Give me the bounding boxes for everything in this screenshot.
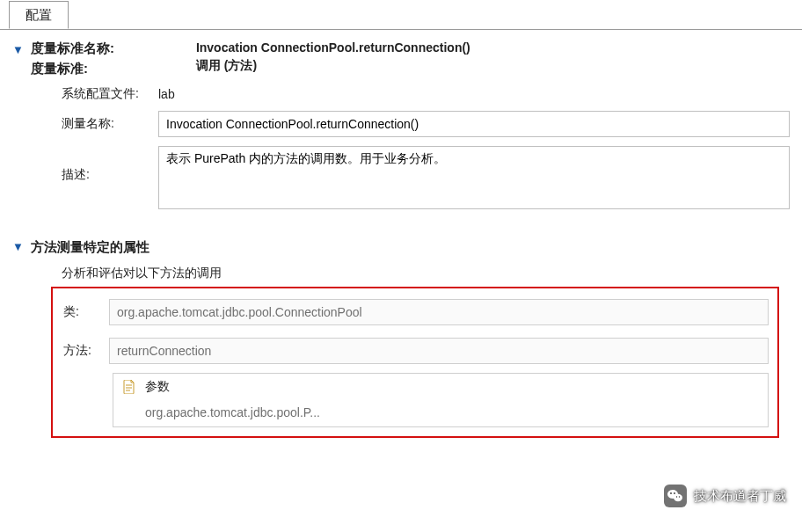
method-input[interactable]: [109, 338, 769, 364]
system-profile-value: lab: [158, 87, 175, 101]
svg-point-3: [674, 492, 675, 494]
measure-name-label: 测量名称:: [62, 116, 149, 132]
section-method-title: 方法测量特定的属性: [31, 239, 149, 256]
param-table: 参数 org.apache.tomcat.jdbc.pool.P...: [113, 373, 769, 427]
description-input[interactable]: [158, 146, 790, 209]
svg-point-1: [674, 494, 682, 501]
metric-std-value: 调用 (方法): [196, 58, 470, 74]
param-header-label: 参数: [145, 379, 170, 395]
tab-bar: 配置: [0, 0, 802, 30]
highlight-box: 类: 方法: 参数 org.apache.tomcat.jdbc.pool.P.…: [51, 287, 779, 438]
param-header-row: 参数: [113, 374, 768, 400]
param-row[interactable]: org.apache.tomcat.jdbc.pool.P...: [113, 400, 768, 426]
watermark: 技术布道者丁威: [664, 485, 786, 507]
section-method-props: ▼ 方法测量特定的属性 分析和评估对以下方法的调用 类: 方法: 参数 org.…: [0, 222, 802, 438]
class-label: 类:: [63, 304, 100, 320]
watermark-text: 技术布道者丁威: [694, 488, 786, 505]
metric-name-label: 度量标准名称:: [31, 40, 189, 57]
section-header: ▼ 度量标准名称: 度量标准: Invocation ConnectionPoo…: [0, 30, 802, 222]
metric-name-value: Invocation ConnectionPool.returnConnecti…: [196, 40, 470, 55]
svg-point-2: [670, 492, 672, 494]
wechat-icon: [664, 485, 687, 507]
section-method-subtitle: 分析和评估对以下方法的调用: [12, 257, 790, 285]
metric-std-label: 度量标准:: [31, 61, 189, 77]
description-label: 描述:: [62, 146, 149, 183]
document-icon: [122, 380, 136, 394]
collapse-icon[interactable]: ▼: [12, 40, 24, 60]
system-profile-label: 系统配置文件:: [62, 86, 149, 102]
collapse-icon[interactable]: ▼: [12, 237, 24, 257]
method-label: 方法:: [63, 343, 100, 359]
svg-point-5: [679, 496, 680, 497]
class-input[interactable]: [109, 299, 769, 325]
svg-point-4: [676, 496, 677, 497]
tab-config[interactable]: 配置: [9, 1, 69, 29]
measure-name-input[interactable]: [158, 111, 790, 137]
